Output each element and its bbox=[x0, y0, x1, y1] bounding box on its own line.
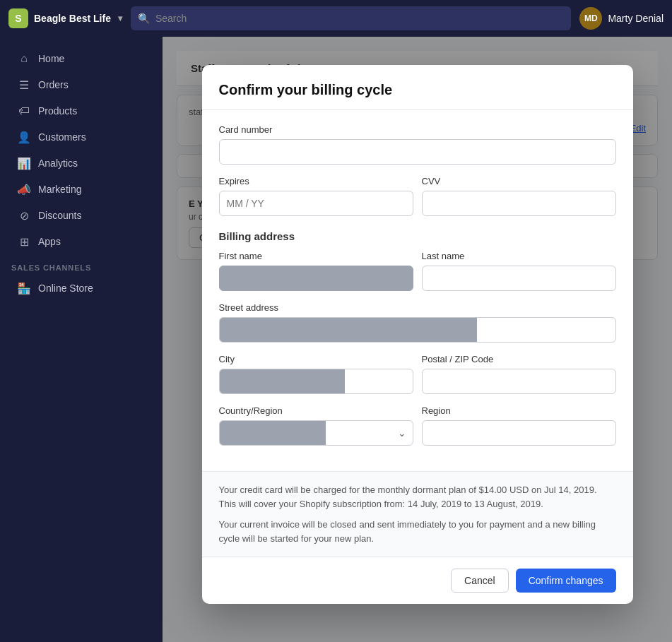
expires-input[interactable] bbox=[219, 191, 413, 216]
modal-header: Confirm your billing cycle bbox=[202, 65, 633, 110]
city-group: City bbox=[219, 354, 413, 394]
sidebar-item-analytics[interactable]: 📊 Analytics bbox=[6, 150, 157, 176]
expires-label: Expires bbox=[219, 176, 413, 186]
modal-title: Confirm your billing cycle bbox=[219, 82, 616, 98]
search-input[interactable] bbox=[155, 13, 564, 24]
sidebar-item-label: Apps bbox=[38, 236, 61, 247]
billing-modal: Confirm your billing cycle Card number E… bbox=[202, 65, 633, 604]
city-input[interactable] bbox=[219, 369, 413, 394]
street-address-group: Street address bbox=[219, 302, 616, 343]
sidebar-item-online-store[interactable]: 🏪 Online Store bbox=[6, 275, 157, 301]
last-name-label: Last name bbox=[422, 251, 616, 261]
brand-name: Beagle Best Life bbox=[34, 13, 111, 24]
modal-notice: Your credit card will be charged for the… bbox=[202, 471, 633, 557]
user-name: Marty Denial bbox=[608, 13, 664, 24]
first-name-label: First name bbox=[219, 251, 413, 261]
country-select[interactable] bbox=[219, 420, 413, 446]
country-region-row: Country/Region Region bbox=[219, 405, 616, 457]
confirm-changes-button[interactable]: Confirm changes bbox=[516, 569, 616, 593]
street-address-input[interactable] bbox=[219, 317, 616, 343]
sidebar-item-label: Marketing bbox=[38, 184, 81, 195]
region-group: Region bbox=[422, 405, 616, 446]
sidebar: ⌂ Home ☰ Orders 🏷 Products 👤 Customers 📊… bbox=[0, 37, 163, 642]
region-input[interactable] bbox=[422, 420, 616, 446]
street-address-label: Street address bbox=[219, 302, 616, 313]
billing-address-heading: Billing address bbox=[219, 230, 616, 242]
notice-1: Your credit card will be charged for the… bbox=[219, 483, 616, 511]
last-name-input[interactable] bbox=[422, 266, 616, 291]
sidebar-item-label: Discounts bbox=[38, 210, 81, 221]
brand[interactable]: S Beagle Best Life ▾ bbox=[8, 8, 122, 28]
cancel-button[interactable]: Cancel bbox=[451, 569, 509, 593]
sales-channels-label: SALES CHANNELS bbox=[0, 255, 163, 275]
top-nav: S Beagle Best Life ▾ 🔍 MD Marty Denial bbox=[0, 0, 672, 37]
marketing-icon: 📣 bbox=[17, 182, 31, 196]
sidebar-item-marketing[interactable]: 📣 Marketing bbox=[6, 177, 157, 202]
card-number-group: Card number bbox=[219, 124, 616, 165]
customers-icon: 👤 bbox=[17, 130, 31, 144]
avatar: MD bbox=[579, 7, 602, 30]
cvv-label: CVV bbox=[422, 176, 616, 186]
search-icon: 🔍 bbox=[138, 13, 150, 24]
cvv-group: CVV bbox=[422, 176, 616, 216]
name-row: First name Last name bbox=[219, 251, 616, 302]
expires-group: Expires bbox=[219, 176, 413, 216]
analytics-icon: 📊 bbox=[17, 156, 31, 170]
discounts-icon: ⊘ bbox=[17, 208, 31, 222]
postal-input[interactable] bbox=[422, 369, 616, 394]
city-postal-row: City Postal / ZIP Code bbox=[219, 354, 616, 405]
sidebar-item-home[interactable]: ⌂ Home bbox=[6, 46, 157, 71]
region-label: Region bbox=[422, 405, 616, 416]
sidebar-item-orders[interactable]: ☰ Orders bbox=[6, 72, 157, 97]
cvv-input[interactable] bbox=[422, 191, 616, 216]
modal-overlay: Confirm your billing cycle Card number E… bbox=[163, 37, 672, 642]
expires-cvv-row: Expires CVV bbox=[219, 176, 616, 227]
user-menu[interactable]: MD Marty Denial bbox=[579, 7, 664, 30]
sidebar-item-apps[interactable]: ⊞ Apps bbox=[6, 229, 157, 254]
sidebar-item-discounts[interactable]: ⊘ Discounts bbox=[6, 203, 157, 228]
country-label: Country/Region bbox=[219, 405, 413, 416]
modal-footer: Cancel Confirm changes bbox=[202, 557, 633, 604]
sidebar-item-label: Products bbox=[38, 105, 77, 117]
sidebar-item-label: Analytics bbox=[38, 157, 78, 169]
apps-icon: ⊞ bbox=[17, 234, 31, 249]
country-select-wrapper bbox=[219, 420, 413, 446]
main-content: Staff accounts (0 of 2) staff accounts o… bbox=[163, 37, 672, 642]
search-bar[interactable]: 🔍 bbox=[131, 6, 571, 30]
products-icon: 🏷 bbox=[17, 104, 31, 118]
online-store-icon: 🏪 bbox=[17, 281, 31, 295]
sidebar-item-label: Online Store bbox=[38, 283, 93, 294]
card-number-label: Card number bbox=[219, 124, 616, 135]
sidebar-item-products[interactable]: 🏷 Products bbox=[6, 98, 157, 124]
notice-2: Your current invoice will be closed and … bbox=[219, 518, 616, 545]
sidebar-item-customers[interactable]: 👤 Customers bbox=[6, 124, 157, 150]
card-number-input[interactable] bbox=[219, 139, 616, 165]
city-label: City bbox=[219, 354, 413, 364]
sidebar-item-label: Customers bbox=[38, 131, 86, 143]
postal-label: Postal / ZIP Code bbox=[422, 354, 616, 364]
sidebar-item-label: Orders bbox=[38, 79, 69, 90]
first-name-group: First name bbox=[219, 251, 413, 291]
last-name-group: Last name bbox=[422, 251, 616, 291]
home-icon: ⌂ bbox=[17, 52, 31, 66]
postal-group: Postal / ZIP Code bbox=[422, 354, 616, 394]
sidebar-item-label: Home bbox=[38, 53, 64, 64]
brand-chevron-icon: ▾ bbox=[118, 13, 122, 23]
country-group: Country/Region bbox=[219, 405, 413, 446]
first-name-input[interactable] bbox=[219, 266, 413, 291]
modal-body: Card number Expires CVV bbox=[202, 110, 633, 471]
brand-logo: S bbox=[8, 8, 28, 28]
orders-icon: ☰ bbox=[17, 78, 31, 92]
